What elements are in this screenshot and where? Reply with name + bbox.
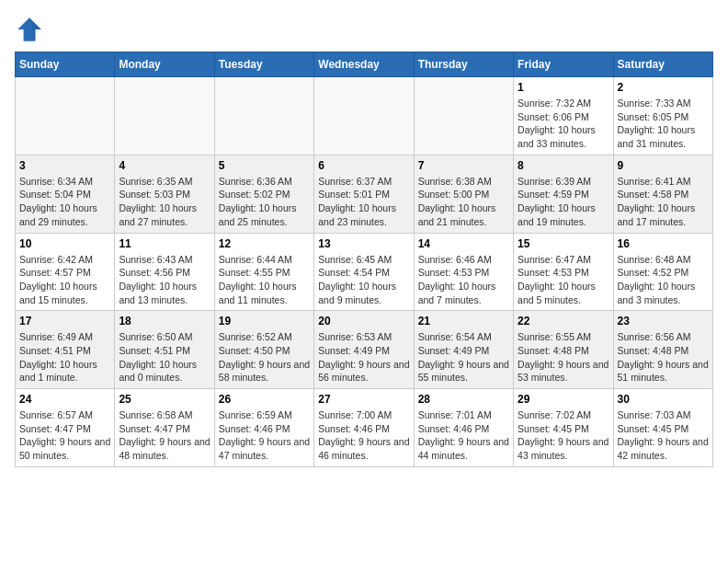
weekday-header-tuesday: Tuesday <box>214 52 313 77</box>
day-number: 24 <box>19 393 110 406</box>
calendar-cell <box>16 77 115 155</box>
day-number: 3 <box>19 159 110 172</box>
calendar-cell: 17Sunrise: 6:49 AM Sunset: 4:51 PM Dayli… <box>16 311 115 389</box>
calendar-cell: 29Sunrise: 7:02 AM Sunset: 4:45 PM Dayli… <box>514 389 613 467</box>
day-number: 23 <box>618 315 709 327</box>
calendar-cell: 21Sunrise: 6:54 AM Sunset: 4:49 PM Dayli… <box>414 311 513 389</box>
weekday-header-monday: Monday <box>115 52 214 77</box>
calendar-cell: 6Sunrise: 6:37 AM Sunset: 5:01 PM Daylig… <box>314 155 414 233</box>
day-number: 2 <box>618 81 709 94</box>
page-header <box>15 15 713 44</box>
calendar-table: SundayMondayTuesdayWednesdayThursdayFrid… <box>15 52 713 467</box>
day-info: Sunrise: 7:02 AM Sunset: 4:45 PM Dayligh… <box>518 408 609 463</box>
day-number: 12 <box>219 237 310 250</box>
day-number: 21 <box>418 315 509 327</box>
calendar-cell <box>115 77 214 155</box>
calendar-week-4: 17Sunrise: 6:49 AM Sunset: 4:51 PM Dayli… <box>16 311 713 389</box>
weekday-header-sunday: Sunday <box>16 52 115 77</box>
day-number: 8 <box>518 159 609 172</box>
day-number: 4 <box>119 159 210 172</box>
calendar-cell: 22Sunrise: 6:55 AM Sunset: 4:48 PM Dayli… <box>514 311 613 389</box>
calendar-cell: 24Sunrise: 6:57 AM Sunset: 4:47 PM Dayli… <box>16 389 115 467</box>
day-number: 7 <box>418 159 509 172</box>
weekday-header-friday: Friday <box>514 52 613 77</box>
day-number: 16 <box>618 237 709 250</box>
day-number: 25 <box>119 393 210 406</box>
day-number: 9 <box>618 159 709 172</box>
calendar-week-5: 24Sunrise: 6:57 AM Sunset: 4:47 PM Dayli… <box>16 389 713 467</box>
calendar-cell: 28Sunrise: 7:01 AM Sunset: 4:46 PM Dayli… <box>414 389 513 467</box>
day-info: Sunrise: 6:49 AM Sunset: 4:51 PM Dayligh… <box>19 330 110 385</box>
day-info: Sunrise: 6:58 AM Sunset: 4:47 PM Dayligh… <box>119 408 210 463</box>
day-number: 15 <box>518 237 609 250</box>
calendar-cell: 5Sunrise: 6:36 AM Sunset: 5:02 PM Daylig… <box>214 155 313 233</box>
calendar-week-2: 3Sunrise: 6:34 AM Sunset: 5:04 PM Daylig… <box>16 155 713 233</box>
day-info: Sunrise: 6:36 AM Sunset: 5:02 PM Dayligh… <box>219 175 310 229</box>
calendar-cell <box>414 77 513 155</box>
calendar-cell: 1Sunrise: 7:32 AM Sunset: 6:06 PM Daylig… <box>514 77 613 155</box>
calendar-cell: 10Sunrise: 6:42 AM Sunset: 4:57 PM Dayli… <box>16 233 115 311</box>
calendar-cell: 14Sunrise: 6:46 AM Sunset: 4:53 PM Dayli… <box>414 233 513 311</box>
calendar-cell: 23Sunrise: 6:56 AM Sunset: 4:48 PM Dayli… <box>613 311 712 389</box>
day-info: Sunrise: 6:44 AM Sunset: 4:55 PM Dayligh… <box>219 253 310 307</box>
day-info: Sunrise: 6:50 AM Sunset: 4:51 PM Dayligh… <box>119 330 210 385</box>
day-info: Sunrise: 6:48 AM Sunset: 4:52 PM Dayligh… <box>618 253 709 307</box>
calendar-cell: 19Sunrise: 6:52 AM Sunset: 4:50 PM Dayli… <box>214 311 313 389</box>
day-number: 1 <box>518 81 609 94</box>
calendar-cell: 15Sunrise: 6:47 AM Sunset: 4:53 PM Dayli… <box>514 233 613 311</box>
day-info: Sunrise: 6:57 AM Sunset: 4:47 PM Dayligh… <box>19 408 110 463</box>
day-number: 26 <box>219 393 310 406</box>
calendar-cell: 30Sunrise: 7:03 AM Sunset: 4:45 PM Dayli… <box>613 389 712 467</box>
calendar-header: SundayMondayTuesdayWednesdayThursdayFrid… <box>16 52 713 77</box>
day-number: 22 <box>518 315 609 327</box>
day-number: 18 <box>119 315 210 327</box>
day-info: Sunrise: 7:01 AM Sunset: 4:46 PM Dayligh… <box>418 408 509 463</box>
day-info: Sunrise: 7:00 AM Sunset: 4:46 PM Dayligh… <box>318 408 409 463</box>
day-number: 28 <box>418 393 509 406</box>
day-info: Sunrise: 6:59 AM Sunset: 4:46 PM Dayligh… <box>219 408 310 463</box>
day-info: Sunrise: 7:32 AM Sunset: 6:06 PM Dayligh… <box>518 97 609 151</box>
weekday-header-wednesday: Wednesday <box>314 52 414 77</box>
day-info: Sunrise: 6:54 AM Sunset: 4:49 PM Dayligh… <box>418 330 509 385</box>
day-number: 30 <box>618 393 709 406</box>
calendar-cell <box>314 77 414 155</box>
day-info: Sunrise: 6:42 AM Sunset: 4:57 PM Dayligh… <box>19 253 110 307</box>
weekday-header-row: SundayMondayTuesdayWednesdayThursdayFrid… <box>16 52 713 77</box>
day-number: 19 <box>219 315 310 327</box>
day-info: Sunrise: 6:56 AM Sunset: 4:48 PM Dayligh… <box>618 330 709 385</box>
calendar-cell: 20Sunrise: 6:53 AM Sunset: 4:49 PM Dayli… <box>314 311 414 389</box>
calendar-body: 1Sunrise: 7:32 AM Sunset: 6:06 PM Daylig… <box>16 77 713 467</box>
weekday-header-saturday: Saturday <box>613 52 712 77</box>
day-number: 10 <box>19 237 110 250</box>
day-info: Sunrise: 6:55 AM Sunset: 4:48 PM Dayligh… <box>518 330 609 385</box>
logo <box>15 15 48 44</box>
day-info: Sunrise: 6:39 AM Sunset: 4:59 PM Dayligh… <box>518 175 609 229</box>
day-info: Sunrise: 6:46 AM Sunset: 4:53 PM Dayligh… <box>418 253 509 307</box>
day-info: Sunrise: 6:34 AM Sunset: 5:04 PM Dayligh… <box>19 175 110 229</box>
calendar-cell: 2Sunrise: 7:33 AM Sunset: 6:05 PM Daylig… <box>613 77 712 155</box>
day-number: 29 <box>518 393 609 406</box>
calendar-cell: 25Sunrise: 6:58 AM Sunset: 4:47 PM Dayli… <box>115 389 214 467</box>
calendar-cell: 27Sunrise: 7:00 AM Sunset: 4:46 PM Dayli… <box>314 389 414 467</box>
calendar-week-1: 1Sunrise: 7:32 AM Sunset: 6:06 PM Daylig… <box>16 77 713 155</box>
logo-icon <box>15 15 44 44</box>
day-info: Sunrise: 6:47 AM Sunset: 4:53 PM Dayligh… <box>518 253 609 307</box>
calendar-cell: 9Sunrise: 6:41 AM Sunset: 4:58 PM Daylig… <box>613 155 712 233</box>
day-info: Sunrise: 6:45 AM Sunset: 4:54 PM Dayligh… <box>318 253 409 307</box>
day-info: Sunrise: 6:35 AM Sunset: 5:03 PM Dayligh… <box>119 175 210 229</box>
day-info: Sunrise: 6:38 AM Sunset: 5:00 PM Dayligh… <box>418 175 509 229</box>
calendar-cell: 11Sunrise: 6:43 AM Sunset: 4:56 PM Dayli… <box>115 233 214 311</box>
day-number: 13 <box>318 237 409 250</box>
calendar-cell: 13Sunrise: 6:45 AM Sunset: 4:54 PM Dayli… <box>314 233 414 311</box>
calendar-cell: 3Sunrise: 6:34 AM Sunset: 5:04 PM Daylig… <box>16 155 115 233</box>
calendar-cell: 4Sunrise: 6:35 AM Sunset: 5:03 PM Daylig… <box>115 155 214 233</box>
day-number: 14 <box>418 237 509 250</box>
weekday-header-thursday: Thursday <box>414 52 513 77</box>
day-info: Sunrise: 7:33 AM Sunset: 6:05 PM Dayligh… <box>618 97 709 151</box>
calendar-cell: 18Sunrise: 6:50 AM Sunset: 4:51 PM Dayli… <box>115 311 214 389</box>
day-number: 5 <box>219 159 310 172</box>
day-info: Sunrise: 6:37 AM Sunset: 5:01 PM Dayligh… <box>318 175 409 229</box>
day-info: Sunrise: 6:41 AM Sunset: 4:58 PM Dayligh… <box>618 175 709 229</box>
day-number: 17 <box>19 315 110 327</box>
day-info: Sunrise: 6:53 AM Sunset: 4:49 PM Dayligh… <box>318 330 409 385</box>
